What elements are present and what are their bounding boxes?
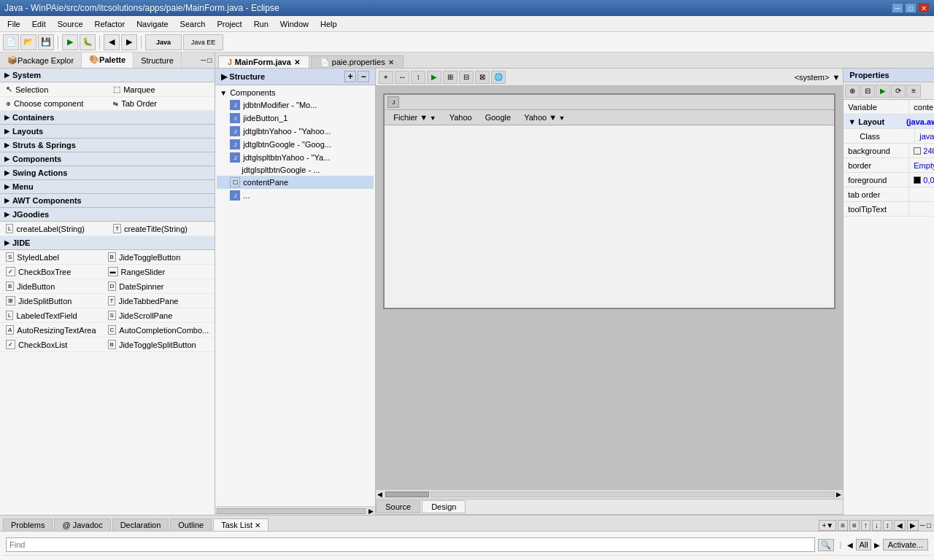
structure-components-folder[interactable]: ▼ Components	[217, 87, 374, 98]
prop-tool5[interactable]: ≡	[906, 85, 921, 98]
palette-item-styledlabel[interactable]: S StyledLabel	[0, 250, 102, 265]
palette-item-autocompletioncombo[interactable]: C AutoCompletionCombo...	[102, 323, 215, 338]
bottom-next[interactable]: ▶	[907, 520, 919, 531]
palette-item-createlabel[interactable]: L createLabel(String)	[0, 222, 107, 236]
close-button[interactable]: ✕	[918, 3, 930, 13]
palette-section-menu[interactable]: Menu	[0, 180, 215, 194]
find-arrow-left[interactable]: ◀	[847, 541, 853, 549]
close-tasklist-tab[interactable]: ✕	[255, 521, 260, 529]
tab-package-explorer[interactable]: 📦 Package Explor	[0, 52, 82, 68]
bottom-tab-javadoc[interactable]: @ Javadoc	[54, 518, 110, 531]
prop-tool1[interactable]: ⊕	[845, 85, 860, 98]
toolbar-back[interactable]: ◀	[104, 34, 120, 50]
structure-remove[interactable]: −	[358, 71, 369, 82]
left-panel-minimize[interactable]: ─	[201, 56, 206, 64]
system-dropdown[interactable]: ▼	[832, 73, 840, 82]
palette-item-choose-component[interactable]: ⊕ Choose component	[0, 97, 107, 111]
form-menu-fichier[interactable]: Fichier ▼	[387, 112, 441, 123]
palette-item-jidebutton[interactable]: B JideButton	[0, 279, 102, 294]
prop-value-taborder[interactable]: ···	[909, 187, 934, 201]
close-mainform-tab[interactable]: ✕	[294, 58, 300, 66]
palette-section-layouts[interactable]: Layouts	[0, 125, 215, 139]
menu-search[interactable]: Search	[176, 18, 210, 30]
bottom-filter1[interactable]: ≡	[838, 520, 848, 531]
find-search-icon[interactable]: 🔍	[818, 539, 834, 551]
palette-section-containers[interactable]: Containers	[0, 111, 215, 125]
bottom-collapse[interactable]: ↑	[861, 520, 871, 531]
bottom-sort[interactable]: ↕	[883, 520, 892, 531]
palette-item-labeledtextfield[interactable]: L LabeledTextField	[0, 308, 102, 323]
canvas-scrollthumb[interactable]	[385, 491, 429, 497]
form-menu-google[interactable]: Google	[479, 112, 517, 123]
prop-value-background[interactable]: 240,240,240 ···	[909, 144, 934, 158]
bottom-tab-tasklist[interactable]: Task List ✕	[213, 518, 269, 531]
palette-section-struts[interactable]: Struts & Springs	[0, 139, 215, 152]
find-input[interactable]	[6, 537, 815, 552]
bottom-tab-problems[interactable]: Problems	[3, 518, 53, 531]
tab-palette[interactable]: 🎨 Palette	[82, 52, 134, 68]
tab-structure[interactable]: Structure	[134, 52, 182, 68]
design-tool5[interactable]: ⊞	[443, 71, 458, 84]
bottom-tab-declaration[interactable]: Declaration	[112, 518, 169, 531]
palette-section-swing-actions[interactable]: Swing Actions	[0, 166, 215, 180]
bottom-prev[interactable]: ◀	[894, 520, 906, 531]
palette-section-awt[interactable]: AWT Components	[0, 194, 215, 208]
bottom-filter2[interactable]: ≡	[849, 520, 860, 531]
palette-section-jgoodies[interactable]: JGoodies	[0, 208, 215, 222]
palette-item-jidetogglesplitbutton[interactable]: B JideToggleSplitButton	[102, 338, 215, 352]
design-tool6[interactable]: ⊟	[459, 71, 474, 84]
prop-value-layout[interactable]: (java.awt.BorderL... ▼	[902, 114, 934, 128]
tab-source[interactable]: Source	[376, 500, 420, 513]
minimize-button[interactable]: ─	[892, 3, 903, 13]
structure-scroll-right[interactable]: ▶	[367, 508, 375, 515]
structure-item-jdtglspltbtnyahoo[interactable]: J jdtglspltbtnYahoo - "Ya...	[217, 151, 374, 164]
palette-item-jidesplitbutton[interactable]: ⊞ JideSplitButton	[0, 294, 102, 308]
toolbar-save[interactable]: 💾	[38, 34, 54, 50]
palette-item-jidetogglebutton[interactable]: B JideToggleButton	[102, 250, 215, 265]
tab-design[interactable]: Design	[422, 500, 466, 513]
palette-item-marquee[interactable]: ⬚ Marquee	[107, 82, 215, 97]
palette-item-checkboxlist[interactable]: ✓ CheckBoxList	[0, 338, 102, 352]
palette-section-jide[interactable]: JIDE	[0, 236, 215, 250]
toolbar-forward[interactable]: ▶	[121, 34, 137, 50]
palette-item-jidetabbedpane[interactable]: T JideTabbedPane	[102, 294, 215, 308]
structure-item-contentpane[interactable]: ☐ contentPane	[217, 176, 374, 189]
prop-tool3[interactable]: ▶	[876, 85, 890, 98]
layout-expand-icon[interactable]: ▼	[848, 117, 856, 126]
toolbar-new[interactable]: 📄	[3, 34, 19, 50]
toolbar-java-perspective[interactable]: Java	[145, 34, 182, 50]
structure-add[interactable]: +	[344, 71, 356, 82]
palette-item-datespinner[interactable]: D DateSpinner	[102, 279, 215, 294]
prop-value-class[interactable]: javax.swing.JPanel	[915, 129, 934, 143]
maximize-button[interactable]: □	[905, 3, 916, 13]
design-tool2[interactable]: ↔	[395, 71, 409, 84]
menu-file[interactable]: File	[3, 18, 25, 30]
menu-navigate[interactable]: Navigate	[132, 18, 172, 30]
palette-item-rangeslider[interactable]: ▬ RangeSlider	[102, 265, 215, 279]
structure-item-jdtglspltbtngoogle[interactable]: jdtglspltbtnGoogle - ...	[217, 164, 374, 176]
palette-item-selection[interactable]: ↖ Selection	[0, 82, 107, 97]
structure-item-jidebutton1[interactable]: J jideButton_1	[217, 112, 374, 125]
prop-value-variable[interactable]: contentPane	[909, 100, 934, 114]
canvas-hscrollbar[interactable]: ◀ ▶	[376, 490, 843, 499]
menu-run[interactable]: Run	[250, 18, 273, 30]
find-arrow-right[interactable]: ▶	[874, 541, 880, 549]
palette-item-createtitle[interactable]: T createTitle(String)	[107, 222, 215, 236]
menu-window[interactable]: Window	[276, 18, 313, 30]
canvas-scroll-right[interactable]: ▶	[835, 491, 843, 498]
find-activate-btn[interactable]: Activate...	[883, 539, 928, 551]
bottom-expand[interactable]: ↓	[872, 520, 881, 531]
bottom-max[interactable]: □	[927, 521, 931, 529]
bottom-new-btn[interactable]: +▼	[819, 520, 836, 531]
toolbar-debug[interactable]: 🐛	[80, 34, 96, 50]
prop-value-border[interactable]: EmptyBorder ···	[909, 158, 934, 172]
palette-item-tab-order[interactable]: ↹ Tab Order	[107, 97, 215, 111]
tab-paie-properties[interactable]: 📄 paie.properties ✕	[311, 55, 404, 68]
menu-refactor[interactable]: Refactor	[90, 18, 130, 30]
bottom-tab-outline[interactable]: Outline	[170, 518, 212, 531]
design-tool1[interactable]: ⌖	[379, 71, 393, 84]
bottom-min[interactable]: ─	[920, 521, 925, 529]
find-all-btn[interactable]: All	[856, 539, 871, 551]
menu-project[interactable]: Project	[212, 18, 246, 30]
design-tool3[interactable]: ↕	[411, 71, 425, 84]
